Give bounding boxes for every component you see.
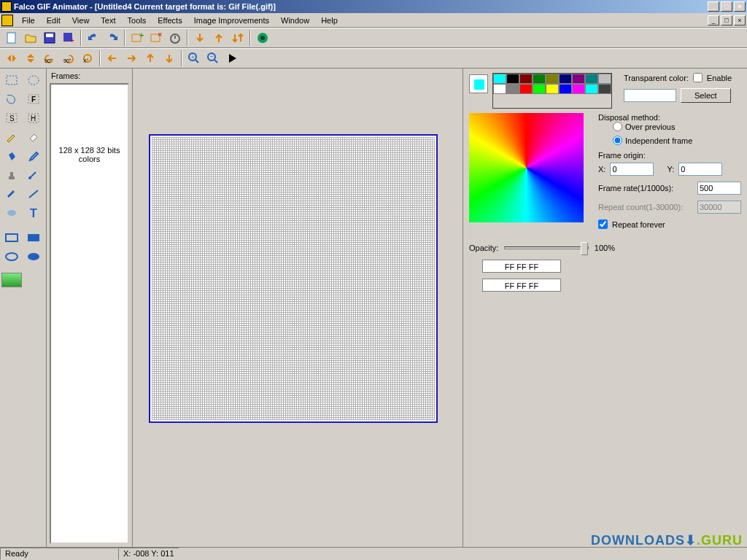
save-as-button[interactable]: +: [60, 29, 77, 47]
ellipse-fill-tool[interactable]: [23, 248, 44, 265]
palette-color[interactable]: [572, 84, 585, 94]
shift-down-button[interactable]: [160, 50, 178, 67]
stamp-tool[interactable]: [1, 166, 22, 184]
palette-color[interactable]: [493, 74, 506, 84]
palette-color[interactable]: [546, 74, 559, 84]
palette-color[interactable]: [559, 84, 572, 94]
minimize-button[interactable]: _: [708, 1, 719, 12]
text-tool[interactable]: T: [23, 204, 44, 222]
palette-color[interactable]: [506, 74, 519, 84]
frame-rate-input[interactable]: [697, 182, 741, 195]
palette-color[interactable]: [493, 84, 506, 94]
timer-button[interactable]: [166, 29, 184, 47]
select-rect-tool[interactable]: [1, 71, 22, 89]
blur-tool[interactable]: [1, 204, 22, 222]
svg-text:+: +: [191, 54, 195, 61]
redo-button[interactable]: [104, 29, 121, 47]
ellipse-outline-tool[interactable]: [1, 248, 22, 265]
menu-image-improvements[interactable]: Image Improvements: [188, 15, 275, 26]
rotate-90ccw-button[interactable]: 90°: [41, 50, 58, 67]
disposal-independent-radio[interactable]: Independent frame: [613, 136, 741, 145]
palette-color[interactable]: [585, 74, 598, 84]
palette-color[interactable]: [598, 84, 611, 94]
menu-window[interactable]: Window: [275, 15, 315, 26]
select-color-button[interactable]: Select: [681, 88, 731, 103]
font-select-tool[interactable]: F: [23, 90, 44, 108]
color-picker[interactable]: [469, 113, 584, 222]
gradient-swatch[interactable]: [1, 273, 22, 287]
rect-fill-tool[interactable]: [23, 229, 44, 246]
line-tool[interactable]: [23, 185, 44, 203]
fill-tool[interactable]: [1, 147, 22, 165]
mdi-close-button[interactable]: ×: [734, 15, 746, 26]
menu-effects[interactable]: Effects: [152, 15, 187, 26]
fg-bg-color-swatch[interactable]: [469, 74, 488, 93]
palette-color[interactable]: [519, 74, 533, 84]
palette-color[interactable]: [559, 74, 572, 84]
enable-transparent-checkbox[interactable]: [693, 73, 703, 82]
swap-button[interactable]: [229, 29, 247, 47]
undo-button[interactable]: [85, 29, 102, 47]
move-up-button[interactable]: [210, 29, 228, 47]
svg-text:S: S: [9, 114, 15, 122]
palette-color[interactable]: [533, 74, 546, 84]
zoom-out-button[interactable]: −: [204, 50, 222, 67]
play-button[interactable]: [223, 50, 241, 67]
palette-color[interactable]: [546, 84, 559, 94]
airbrush-tool[interactable]: [1, 185, 22, 203]
palette-color[interactable]: [585, 84, 598, 94]
menu-view[interactable]: View: [66, 15, 96, 26]
shift-up-button[interactable]: [142, 50, 159, 67]
pencil-tool[interactable]: [1, 128, 22, 146]
palette-color[interactable]: [519, 84, 533, 94]
rotate-90cw-button[interactable]: 90°: [60, 50, 77, 67]
mdi-minimize-button[interactable]: _: [708, 15, 719, 26]
brush-tool[interactable]: [23, 166, 44, 184]
svg-point-35: [7, 210, 16, 216]
opacity-thumb[interactable]: [581, 242, 588, 255]
menu-text[interactable]: Text: [95, 15, 121, 26]
menu-edit[interactable]: Edit: [41, 15, 66, 26]
menu-help[interactable]: Help: [315, 15, 344, 26]
close-button[interactable]: ×: [734, 1, 746, 12]
delete-frame-button[interactable]: ×: [147, 29, 165, 47]
palette-color[interactable]: [533, 84, 546, 94]
select-ellipse-tool[interactable]: [23, 71, 44, 89]
opacity-slider[interactable]: [504, 246, 589, 249]
shift-left-button[interactable]: [104, 50, 121, 67]
frames-list[interactable]: 128 x 128 32 bits colors: [50, 83, 129, 544]
zoom-in-button[interactable]: +: [185, 50, 203, 67]
shift-right-button[interactable]: [123, 50, 140, 67]
record-button[interactable]: [254, 29, 271, 47]
menu-tools[interactable]: Tools: [122, 15, 152, 26]
eyedropper-tool[interactable]: [23, 147, 44, 165]
rotate-free-button[interactable]: X°: [79, 50, 96, 67]
rect-outline-tool[interactable]: [1, 229, 22, 246]
svg-line-34: [29, 190, 38, 198]
magic-wand-tool[interactable]: S: [1, 109, 22, 127]
maximize-button[interactable]: □: [721, 1, 732, 12]
mdi-restore-button[interactable]: □: [721, 15, 732, 26]
opacity-label: Opacity:: [469, 244, 498, 252]
origin-x-input[interactable]: [610, 163, 654, 176]
new-button[interactable]: [3, 29, 20, 47]
repeat-forever-checkbox[interactable]: [598, 219, 608, 229]
open-button[interactable]: [22, 29, 39, 47]
origin-y-input[interactable]: [678, 163, 722, 176]
menu-file[interactable]: File: [16, 15, 41, 26]
palette-color[interactable]: [506, 84, 519, 94]
flip-h-button[interactable]: [3, 50, 20, 67]
flip-v-button[interactable]: [22, 50, 39, 67]
palette-color[interactable]: [572, 74, 585, 84]
lasso-tool[interactable]: [1, 90, 22, 108]
crop-tool[interactable]: H: [23, 109, 44, 127]
save-button[interactable]: [41, 29, 58, 47]
add-frame-button[interactable]: +: [128, 29, 146, 47]
palette-color[interactable]: [598, 74, 611, 84]
canvas[interactable]: [149, 134, 438, 423]
transparent-color-label: Transparent color:: [624, 74, 689, 82]
disposal-over-previous-radio[interactable]: Over previous: [613, 122, 741, 131]
eraser-tool[interactable]: [23, 128, 44, 146]
transparent-color-swatch[interactable]: [624, 89, 676, 102]
move-down-button[interactable]: [191, 29, 209, 47]
